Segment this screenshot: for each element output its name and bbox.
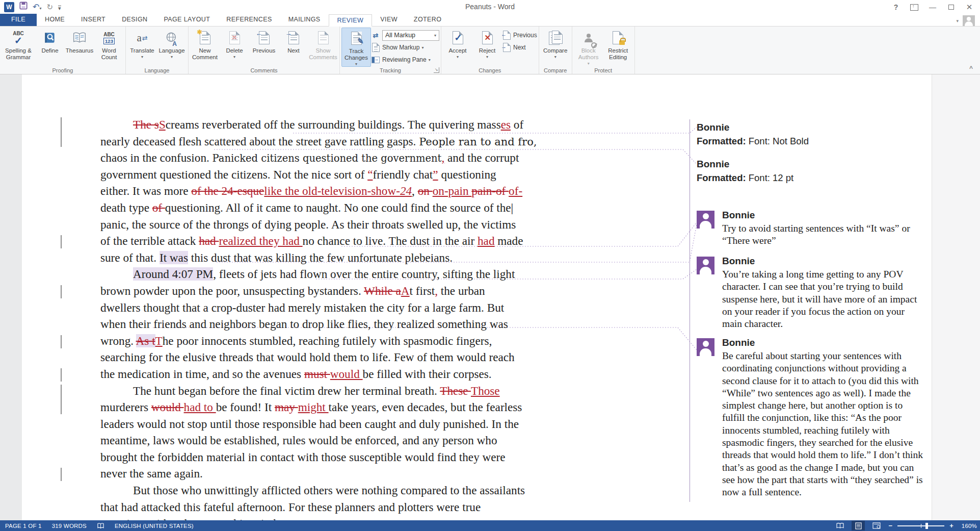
reject-button[interactable]: ✕ Reject ▾ — [472, 28, 502, 65]
text-line[interactable]: never the same again. — [100, 467, 537, 484]
tab-file[interactable]: FILE — [0, 14, 37, 26]
accept-icon: ✓ — [453, 31, 463, 44]
word-count-icon: ABC 123 — [103, 29, 115, 46]
previous-comment-button[interactable]: ← Previous — [249, 28, 279, 65]
text-line[interactable]: brought the forbidden material in contac… — [100, 450, 537, 467]
title-bar: W ↶▾ ↻ ▾ Peanuts - Word ? — ✕ — [0, 0, 980, 14]
reject-icon: ✕ — [482, 31, 493, 44]
dropdown-caret-icon: ▾ — [486, 55, 488, 59]
display-for-review-select[interactable]: All Markup ▾ — [382, 30, 439, 41]
group-label-changes: Changes — [441, 67, 539, 73]
doc-area: The sScreams reverberated off the surrou… — [0, 74, 980, 520]
text-line[interactable]: terrorists, with only one goal in mind: — [100, 517, 537, 520]
tab-view[interactable]: VIEW — [372, 14, 406, 26]
next-change-button[interactable]: → Next — [502, 42, 537, 53]
tab-home[interactable]: HOME — [37, 14, 73, 26]
previous-change-button[interactable]: ← Previous — [502, 30, 537, 41]
zoom-out-button[interactable]: − — [888, 522, 892, 529]
restore-button[interactable] — [943, 1, 959, 13]
text-line[interactable]: government questioned the citizens. Not … — [100, 168, 537, 185]
spelling-grammar-button[interactable]: ABC✓ Spelling & Grammar — [2, 28, 35, 65]
language-button[interactable]: A Language ▾ — [157, 28, 187, 65]
word-count-indicator[interactable]: 319 WORDS — [47, 520, 92, 531]
tab-review[interactable]: REVIEW — [329, 14, 373, 27]
text-line[interactable]: meantime, laws would be established, rul… — [100, 434, 537, 450]
text-line[interactable]: But those who unwittingly afflicted othe… — [100, 484, 537, 500]
tracked-change-box[interactable]: BonnieFormatted: Font: 12 pt — [697, 159, 929, 184]
next-change-icon: → — [502, 43, 511, 52]
track-changes-button[interactable]: ✎ Track Changes ▾ — [341, 28, 371, 67]
new-comment-button[interactable]: ✱ New Comment — [190, 28, 220, 65]
window-title: Peanuts - Word — [0, 3, 980, 11]
reviewing-pane-button[interactable]: Reviewing Pane ▾ — [371, 54, 439, 65]
text-line[interactable]: the medication in time, and so the avenu… — [100, 367, 537, 384]
account-caret-icon[interactable]: ▾ — [956, 18, 959, 23]
minimize-button[interactable]: — — [925, 1, 940, 13]
next-comment-button[interactable]: → Next — [279, 28, 308, 65]
comment-box[interactable]: BonnieTry to avoid starting sentences wi… — [697, 210, 929, 247]
show-markup-button[interactable]: Show Markup ▾ — [371, 42, 439, 53]
text-line[interactable]: The hunt began before the final victim d… — [100, 384, 537, 401]
text-line[interactable]: murderers would had to be found! It may … — [100, 400, 537, 417]
tab-design[interactable]: DESIGN — [114, 14, 155, 26]
text-line[interactable]: sure of that. It was this dust that was … — [100, 251, 537, 268]
scrollbar-strip[interactable] — [932, 74, 980, 520]
accept-button[interactable]: ✓ Accept ▾ — [443, 28, 472, 65]
tab-insert[interactable]: INSERT — [73, 14, 114, 26]
x-icon: ✕ — [485, 33, 491, 42]
sign-in-area[interactable]: ▾ — [956, 15, 975, 26]
pencil-icon: ✎ — [357, 37, 364, 46]
translate-icon: a⇄ — [137, 29, 147, 46]
page-indicator[interactable]: PAGE 1 OF 1 — [0, 520, 47, 531]
text-line[interactable]: brown powder upon the poor, unsuspecting… — [100, 284, 537, 301]
zoom-in-button[interactable]: + — [949, 522, 953, 529]
text-line[interactable]: searching for the elusive threads that w… — [100, 350, 537, 367]
zoom-slider-thumb[interactable] — [925, 523, 928, 529]
define-button[interactable]: Define — [35, 28, 65, 65]
text-line[interactable]: when their friends and neighbors began t… — [100, 317, 537, 334]
show-comments-button: Show Comments — [308, 28, 338, 65]
text-line[interactable]: panic, the source of the throngs of dyin… — [100, 218, 537, 235]
thesaurus-button[interactable]: Thesaurus — [65, 28, 94, 65]
zoom-level[interactable]: 160% — [959, 523, 977, 529]
tab-bar: FILEHOMEINSERTDESIGNPAGE LAYOUTREFERENCE… — [0, 14, 980, 27]
collapse-ribbon-icon[interactable]: ^ — [969, 65, 973, 72]
restrict-editing-button[interactable]: Restrict Editing — [603, 28, 633, 65]
text-line[interactable]: chaos in the confusion. Panicked citizen… — [100, 151, 537, 168]
text-line[interactable]: of the terrible attack had realized they… — [100, 234, 537, 251]
comment-box[interactable]: BonnieYou’re taking a long time getting … — [697, 256, 929, 330]
tab-zotero[interactable]: ZOTERO — [406, 14, 449, 26]
comment-box[interactable]: BonnieBe careful about starting your sen… — [697, 337, 929, 499]
text-line[interactable]: wrong. As tThe poor innocents stumbled, … — [100, 334, 537, 351]
language-indicator[interactable]: ENGLISH (UNITED STATES) — [110, 520, 199, 531]
text-line[interactable]: leaders would not stop until those respo… — [100, 417, 537, 434]
ribbon-group-tracking: ✎ Track Changes ▾ ⇄ All Markup ▾ Show Ma… — [340, 27, 441, 74]
text-line[interactable]: dwellers thought that a crop-duster had … — [100, 301, 537, 318]
delete-comment-button[interactable]: ✕ Delete ▾ — [220, 28, 249, 65]
compare-button[interactable]: Compare ▾ — [541, 28, 570, 65]
text-line[interactable]: nearly deceased flesh scattered about th… — [100, 135, 537, 151]
tracked-change-box[interactable]: BonnieFormatted: Font: Not Bold — [697, 122, 929, 147]
account-avatar-icon[interactable] — [963, 15, 975, 26]
web-layout-button[interactable] — [870, 521, 883, 530]
group-label-comments: Comments — [189, 67, 339, 73]
zoom-slider[interactable] — [897, 525, 944, 526]
close-button[interactable]: ✕ — [962, 1, 977, 13]
tab-mailings[interactable]: MAILINGS — [280, 14, 329, 26]
print-layout-button[interactable] — [852, 521, 865, 530]
help-button[interactable]: ? — [888, 1, 904, 13]
read-mode-button[interactable] — [833, 521, 846, 530]
text-line[interactable]: Around 4:07 PM, fleets of jets had flown… — [100, 267, 537, 284]
text-line[interactable]: death type of questioning. All of it cam… — [100, 201, 537, 218]
text-line[interactable]: The sScreams reverberated off the surrou… — [100, 118, 537, 135]
translate-button[interactable]: a⇄ Translate ▾ — [127, 28, 157, 65]
tab-references[interactable]: REFERENCES — [218, 14, 280, 26]
proofing-status-icon[interactable] — [92, 520, 110, 531]
compare-icon — [549, 31, 562, 45]
tab-page-layout[interactable]: PAGE LAYOUT — [155, 14, 218, 26]
word-count-button[interactable]: ABC 123 Word Count — [94, 28, 124, 65]
text-line[interactable]: that had attacked this fateful afternoon… — [100, 500, 537, 517]
text-line[interactable]: either. It was more of the 24-esquelike … — [100, 184, 537, 201]
previous-comment-icon: ← — [259, 31, 270, 44]
ribbon-display-options-button[interactable] — [907, 1, 922, 13]
